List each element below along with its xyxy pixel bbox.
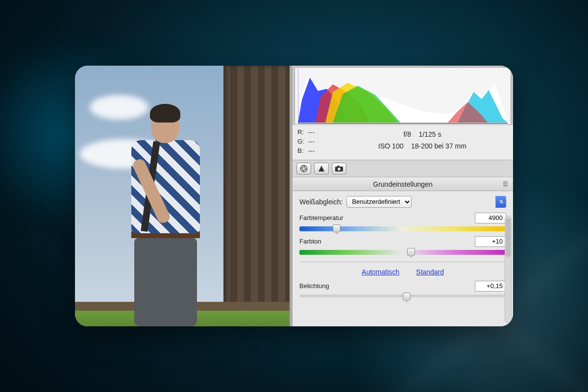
person [102, 96, 220, 321]
auto-link[interactable]: Automatisch [362, 268, 399, 276]
svg-rect-2 [337, 166, 340, 167]
dropdown-arrows-icon: ⇅ [495, 196, 506, 208]
temperature-slider-block: Farbtemperatur [299, 213, 506, 231]
histogram-svg [298, 72, 508, 122]
histogram[interactable] [294, 67, 511, 125]
camera-metadata: f/8 1/125 s ISO 100 18-200 bei 37 mm [337, 128, 508, 156]
tint-slider-block: Farbton [299, 236, 506, 255]
exposure-value-input[interactable] [475, 281, 506, 292]
temperature-value-input[interactable] [475, 213, 506, 223]
svg-point-0 [301, 165, 307, 172]
tint-value-input[interactable] [475, 236, 506, 247]
iso-value: ISO 100 [378, 142, 403, 150]
g-value: --- [308, 138, 315, 145]
tint-track[interactable] [299, 250, 506, 255]
r-label: R: [297, 128, 308, 137]
aperture-value: f/8 [403, 130, 411, 138]
b-value: --- [308, 147, 315, 154]
aperture-tool-button[interactable] [296, 163, 311, 174]
divider [299, 262, 506, 262]
triangle-icon [318, 165, 325, 172]
temperature-track[interactable] [299, 226, 506, 231]
tint-label: Farbton [299, 238, 321, 245]
app-card: R:--- G:--- B:--- f/8 1/125 s ISO 100 18… [75, 66, 513, 326]
basic-settings: Weißabgleich: Benutzerdefiniert ⇅ Farbte… [293, 191, 513, 326]
b-label: B: [297, 147, 308, 156]
white-balance-select[interactable]: Benutzerdefiniert [346, 196, 412, 208]
scrollbar-handle[interactable] [506, 218, 511, 257]
aperture-icon [300, 165, 308, 172]
shutter-value: 1/125 s [419, 130, 441, 138]
tool-row [293, 160, 513, 177]
white-balance-label: Weißabgleich: [299, 198, 343, 206]
white-balance-select-wrap: Benutzerdefiniert ⇅ [346, 196, 506, 208]
exposure-track[interactable] [299, 294, 506, 297]
svg-point-3 [338, 168, 341, 171]
exposure-label: Belichtung [299, 282, 329, 290]
lens-value: 18-200 bei 37 mm [411, 142, 466, 150]
camera-tool-button[interactable] [332, 163, 346, 174]
rgb-readout: R:--- G:--- B:--- [297, 128, 337, 156]
image-preview[interactable] [75, 66, 293, 326]
section-title: Grundeinstellungen [373, 180, 432, 188]
barn-wall [223, 66, 290, 326]
exposure-thumb[interactable] [403, 293, 411, 300]
tint-thumb[interactable] [407, 248, 415, 256]
camera-icon [335, 165, 343, 172]
develop-panel: R:--- G:--- B:--- f/8 1/125 s ISO 100 18… [293, 66, 513, 326]
g-label: G: [297, 137, 308, 147]
panel-scrollbar[interactable] [505, 216, 512, 323]
white-balance-row: Weißabgleich: Benutzerdefiniert ⇅ [299, 196, 506, 208]
default-link[interactable]: Standard [416, 268, 444, 276]
auto-default-links: Automatisch Standard [299, 268, 506, 276]
r-value: --- [308, 128, 315, 136]
tone-curve-tool-button[interactable] [314, 163, 329, 174]
section-header-basic: Grundeinstellungen ☰ [293, 177, 513, 191]
temperature-label: Farbtemperatur [299, 214, 343, 221]
info-row: R:--- G:--- B:--- f/8 1/125 s ISO 100 18… [293, 125, 513, 160]
temperature-thumb[interactable] [333, 224, 341, 232]
panel-menu-icon[interactable]: ☰ [503, 181, 508, 188]
exposure-slider-block: Belichtung [299, 281, 506, 297]
